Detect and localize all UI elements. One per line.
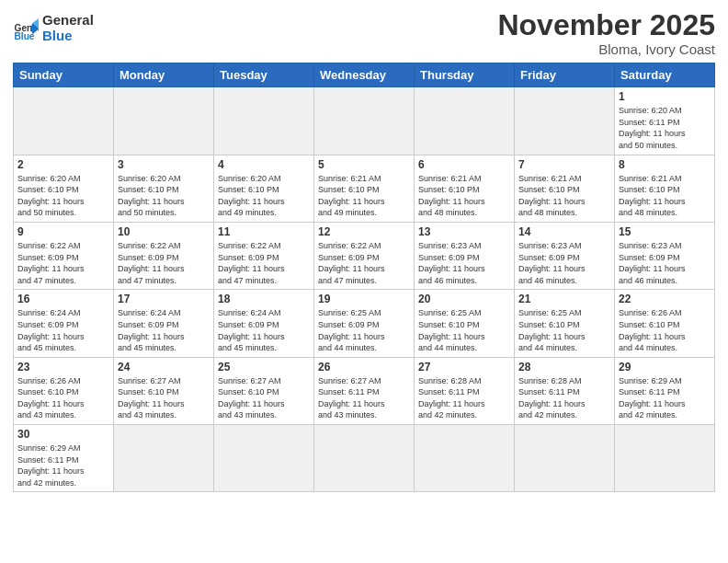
table-row [415, 425, 515, 492]
day-number: 15 [619, 225, 711, 238]
day-number: 19 [318, 293, 410, 305]
day-info: Sunrise: 6:21 AM Sunset: 6:10 PM Dayligh… [318, 173, 410, 219]
table-row: 21Sunrise: 6:25 AM Sunset: 6:10 PM Dayli… [515, 290, 615, 357]
day-number: 4 [218, 158, 310, 171]
day-info: Sunrise: 6:23 AM Sunset: 6:09 PM Dayligh… [518, 240, 610, 286]
day-info: Sunrise: 6:23 AM Sunset: 6:09 PM Dayligh… [418, 240, 510, 286]
table-row [515, 87, 615, 155]
day-number: 23 [17, 361, 109, 373]
title-block: November 2025 Bloma, Ivory Coast [497, 9, 715, 57]
day-number: 3 [118, 158, 210, 171]
table-row [615, 425, 715, 492]
table-row: 5Sunrise: 6:21 AM Sunset: 6:10 PM Daylig… [314, 155, 415, 222]
day-info: Sunrise: 6:26 AM Sunset: 6:10 PM Dayligh… [17, 375, 109, 421]
day-info: Sunrise: 6:27 AM Sunset: 6:11 PM Dayligh… [318, 375, 410, 421]
table-row: 14Sunrise: 6:23 AM Sunset: 6:09 PM Dayli… [515, 222, 615, 289]
day-info: Sunrise: 6:25 AM Sunset: 6:09 PM Dayligh… [318, 307, 410, 353]
day-number: 28 [518, 361, 610, 373]
table-row: 1Sunrise: 6:20 AM Sunset: 6:11 PM Daylig… [615, 87, 715, 155]
day-info: Sunrise: 6:21 AM Sunset: 6:10 PM Dayligh… [518, 173, 610, 219]
day-number: 9 [17, 225, 109, 238]
table-row: 24Sunrise: 6:27 AM Sunset: 6:10 PM Dayli… [114, 357, 214, 424]
table-row: 19Sunrise: 6:25 AM Sunset: 6:09 PM Dayli… [314, 290, 415, 357]
col-saturday: Saturday [615, 63, 715, 87]
table-row: 3Sunrise: 6:20 AM Sunset: 6:10 PM Daylig… [114, 155, 214, 222]
table-row [415, 87, 515, 155]
col-friday: Friday [515, 63, 615, 87]
day-info: Sunrise: 6:24 AM Sunset: 6:09 PM Dayligh… [218, 307, 310, 353]
day-number: 12 [318, 225, 410, 238]
day-number: 17 [118, 293, 210, 305]
day-info: Sunrise: 6:22 AM Sunset: 6:09 PM Dayligh… [118, 240, 210, 286]
calendar-row-4: 16Sunrise: 6:24 AM Sunset: 6:09 PM Dayli… [14, 290, 715, 357]
day-info: Sunrise: 6:22 AM Sunset: 6:09 PM Dayligh… [318, 240, 410, 286]
table-row [515, 425, 615, 492]
col-sunday: Sunday [14, 63, 114, 87]
day-info: Sunrise: 6:20 AM Sunset: 6:10 PM Dayligh… [118, 173, 210, 219]
day-number: 2 [17, 158, 109, 171]
col-monday: Monday [114, 63, 214, 87]
day-info: Sunrise: 6:20 AM Sunset: 6:10 PM Dayligh… [17, 173, 109, 219]
day-number: 21 [518, 293, 610, 305]
table-row: 26Sunrise: 6:27 AM Sunset: 6:11 PM Dayli… [314, 357, 415, 424]
day-number: 13 [418, 225, 510, 238]
day-number: 24 [118, 361, 210, 373]
calendar: Sunday Monday Tuesday Wednesday Thursday… [13, 63, 715, 492]
table-row: 28Sunrise: 6:28 AM Sunset: 6:11 PM Dayli… [515, 357, 615, 424]
month-title: November 2025 [497, 9, 715, 41]
table-row: 15Sunrise: 6:23 AM Sunset: 6:09 PM Dayli… [615, 222, 715, 289]
table-row: 18Sunrise: 6:24 AM Sunset: 6:09 PM Dayli… [214, 290, 314, 357]
day-info: Sunrise: 6:21 AM Sunset: 6:10 PM Dayligh… [418, 173, 510, 219]
day-number: 22 [619, 293, 711, 305]
table-row: 22Sunrise: 6:26 AM Sunset: 6:10 PM Dayli… [615, 290, 715, 357]
table-row: 30Sunrise: 6:29 AM Sunset: 6:11 PM Dayli… [14, 425, 114, 492]
table-row: 16Sunrise: 6:24 AM Sunset: 6:09 PM Dayli… [14, 290, 114, 357]
day-number: 7 [518, 158, 610, 171]
day-info: Sunrise: 6:25 AM Sunset: 6:10 PM Dayligh… [518, 307, 610, 353]
calendar-row-6: 30Sunrise: 6:29 AM Sunset: 6:11 PM Dayli… [14, 425, 715, 492]
day-number: 14 [518, 225, 610, 238]
day-info: Sunrise: 6:22 AM Sunset: 6:09 PM Dayligh… [17, 240, 109, 286]
day-number: 20 [418, 293, 510, 305]
table-row: 20Sunrise: 6:25 AM Sunset: 6:10 PM Dayli… [415, 290, 515, 357]
table-row: 23Sunrise: 6:26 AM Sunset: 6:10 PM Dayli… [14, 357, 114, 424]
svg-text:Blue: Blue [15, 31, 35, 41]
header: General Blue General Blue November 2025 … [13, 9, 715, 57]
table-row: 9Sunrise: 6:22 AM Sunset: 6:09 PM Daylig… [14, 222, 114, 289]
table-row [314, 87, 415, 155]
calendar-header-row: Sunday Monday Tuesday Wednesday Thursday… [14, 63, 715, 87]
table-row: 17Sunrise: 6:24 AM Sunset: 6:09 PM Dayli… [114, 290, 214, 357]
day-info: Sunrise: 6:29 AM Sunset: 6:11 PM Dayligh… [17, 442, 109, 488]
logo-icon: General Blue [13, 16, 39, 41]
calendar-row-1: 1Sunrise: 6:20 AM Sunset: 6:11 PM Daylig… [14, 87, 715, 155]
day-info: Sunrise: 6:25 AM Sunset: 6:10 PM Dayligh… [418, 307, 510, 353]
table-row: 8Sunrise: 6:21 AM Sunset: 6:10 PM Daylig… [615, 155, 715, 222]
logo-general: General [42, 13, 94, 29]
day-number: 26 [318, 361, 410, 373]
page: General Blue General Blue November 2025 … [0, 0, 728, 505]
day-number: 5 [318, 158, 410, 171]
table-row: 4Sunrise: 6:20 AM Sunset: 6:10 PM Daylig… [214, 155, 314, 222]
table-row [314, 425, 415, 492]
calendar-row-3: 9Sunrise: 6:22 AM Sunset: 6:09 PM Daylig… [14, 222, 715, 289]
day-number: 10 [118, 225, 210, 238]
col-thursday: Thursday [415, 63, 515, 87]
day-info: Sunrise: 6:23 AM Sunset: 6:09 PM Dayligh… [619, 240, 711, 286]
logo: General Blue General Blue [13, 13, 94, 43]
day-info: Sunrise: 6:20 AM Sunset: 6:10 PM Dayligh… [218, 173, 310, 219]
day-number: 29 [619, 361, 711, 373]
logo-blue: Blue [42, 29, 94, 44]
day-info: Sunrise: 6:29 AM Sunset: 6:11 PM Dayligh… [619, 375, 711, 421]
table-row: 27Sunrise: 6:28 AM Sunset: 6:11 PM Dayli… [415, 357, 515, 424]
day-number: 11 [218, 225, 310, 238]
day-info: Sunrise: 6:20 AM Sunset: 6:11 PM Dayligh… [619, 105, 711, 151]
day-info: Sunrise: 6:24 AM Sunset: 6:09 PM Dayligh… [17, 307, 109, 353]
day-number: 18 [218, 293, 310, 305]
day-info: Sunrise: 6:27 AM Sunset: 6:10 PM Dayligh… [118, 375, 210, 421]
day-info: Sunrise: 6:26 AM Sunset: 6:10 PM Dayligh… [619, 307, 711, 353]
table-row: 10Sunrise: 6:22 AM Sunset: 6:09 PM Dayli… [114, 222, 214, 289]
day-info: Sunrise: 6:22 AM Sunset: 6:09 PM Dayligh… [218, 240, 310, 286]
table-row: 2Sunrise: 6:20 AM Sunset: 6:10 PM Daylig… [14, 155, 114, 222]
table-row [214, 425, 314, 492]
calendar-row-2: 2Sunrise: 6:20 AM Sunset: 6:10 PM Daylig… [14, 155, 715, 222]
